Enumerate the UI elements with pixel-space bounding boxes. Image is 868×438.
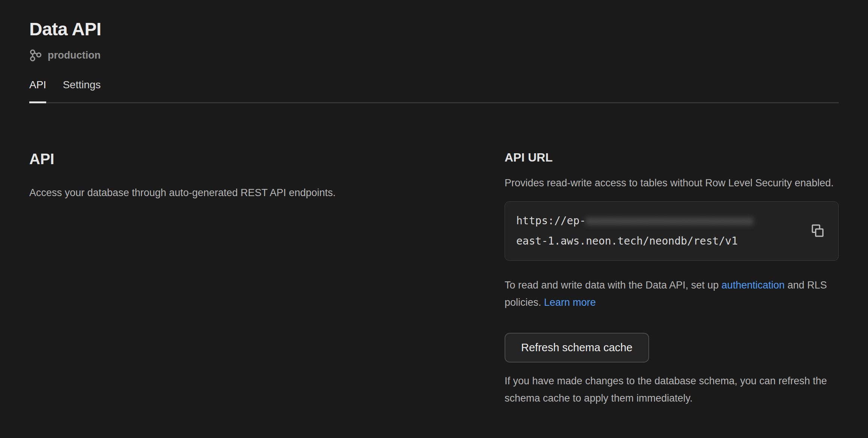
api-section-description: Access your database through auto-genera… bbox=[29, 184, 341, 202]
api-url-panel: API URL Provides read-write access to ta… bbox=[505, 151, 839, 407]
authentication-link[interactable]: authentication bbox=[722, 279, 785, 291]
refresh-schema-description: If you have made changes to the database… bbox=[505, 372, 839, 407]
learn-more-link[interactable]: Learn more bbox=[544, 297, 596, 308]
api-url-redacted-segment: xxxxxxxxxxxxxxxxxxxxxxxxx bbox=[586, 214, 753, 227]
api-section-heading: API bbox=[29, 151, 348, 168]
copy-icon bbox=[809, 223, 825, 240]
api-section-intro: API Access your database through auto-ge… bbox=[29, 151, 348, 202]
api-url-suffix: east-1.aws.neon.tech/neondb/rest/v1 bbox=[516, 235, 738, 247]
copy-url-button[interactable] bbox=[808, 221, 827, 241]
branch-badge: production bbox=[29, 49, 839, 62]
api-url-box: https://ep-xxxxxxxxxxxxxxxxxxxxxxxxxeast… bbox=[505, 201, 839, 261]
tab-bar: API Settings bbox=[29, 79, 839, 103]
main-content: API Access your database through auto-ge… bbox=[29, 151, 839, 407]
branch-name: production bbox=[48, 50, 101, 61]
api-url-heading: API URL bbox=[505, 151, 839, 165]
api-url-prefix: https://ep- bbox=[516, 214, 586, 227]
branch-icon bbox=[29, 49, 42, 62]
tab-api[interactable]: API bbox=[29, 79, 46, 102]
auth-note-text-1: To read and write data with the Data API… bbox=[505, 279, 722, 291]
data-api-page: Data API production API Settings API Acc… bbox=[0, 0, 868, 407]
api-url-description: Provides read-write access to tables wit… bbox=[505, 174, 839, 192]
refresh-schema-cache-button[interactable]: Refresh schema cache bbox=[505, 333, 649, 362]
tab-settings[interactable]: Settings bbox=[63, 79, 101, 102]
auth-note: To read and write data with the Data API… bbox=[505, 276, 839, 311]
page-title: Data API bbox=[29, 19, 839, 39]
api-url-value: https://ep-xxxxxxxxxxxxxxxxxxxxxxxxxeast… bbox=[516, 211, 801, 251]
